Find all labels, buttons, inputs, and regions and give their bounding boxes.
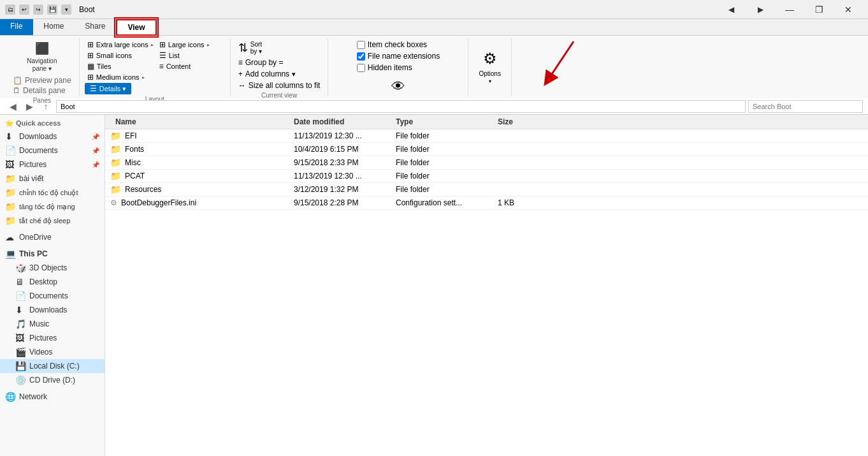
navigation-pane-button[interactable]: ⬛ Navigationpane ▾ <box>23 40 61 74</box>
sidebar-item-videos[interactable]: 🎬 Videos <box>0 345 105 359</box>
panes-group-label: 📋 Preview pane 🗒 Details pane <box>10 75 74 96</box>
item-check-boxes-checkbox[interactable] <box>357 41 365 49</box>
file-row-pcat[interactable]: 📁 PCAT 11/13/2019 12:30 ... File folder <box>105 170 868 183</box>
sidebar-item-pictures[interactable]: 🖼 Pictures 📌 <box>0 158 105 172</box>
up-button[interactable]: ↑ <box>38 99 54 114</box>
size-all-columns-button[interactable]: ↔ Size all columns to fit <box>236 80 323 91</box>
sidebar-item-documents[interactable]: 📄 Documents 📌 <box>0 143 105 158</box>
sidebar-item-onedrive[interactable]: ☁ OneDrive <box>0 230 105 244</box>
nav-back[interactable]: ◀ <box>716 0 746 19</box>
window-controls: ◀ ▶ — ❐ ✕ <box>716 0 863 19</box>
sort-by-button[interactable]: ⇅ Sortby ▾ <box>236 40 264 56</box>
preview-pane-btn[interactable]: 📋 Preview pane <box>10 75 74 85</box>
large-icons-btn[interactable]: ⊞ Large icons ▸ <box>157 40 212 50</box>
sidebar-item-pictures-pc[interactable]: 🖼 Pictures <box>0 331 105 345</box>
search-input[interactable] <box>748 100 863 113</box>
sidebar-item-network[interactable]: 🌐 Network <box>0 390 105 404</box>
back-button[interactable]: ◀ <box>5 99 20 114</box>
minimize-button[interactable]: — <box>775 0 804 19</box>
sidebar-item-tangtocdomain[interactable]: 📁 tăng tốc độ mạng <box>0 200 105 214</box>
forward-button[interactable]: ▶ <box>22 99 37 114</box>
group-by-button[interactable]: ≡ Group by = <box>236 57 286 68</box>
file-row-bootdebugger[interactable]: ⚙ BootDebuggerFiles.ini 9/15/2018 2:28 P… <box>105 196 868 210</box>
expand-icon: ▸ <box>151 42 154 48</box>
quick-access-save[interactable]: 💾 <box>47 4 57 15</box>
music-label: Music <box>29 320 49 328</box>
sidebar-item-3d-objects[interactable]: 🎲 3D Objects <box>0 261 105 275</box>
file-date-efi: 11/13/2019 12:30 ... <box>289 131 391 141</box>
medium-icons-btn[interactable]: ⊞ Medium icons ▸ <box>85 72 147 82</box>
file-type-misc: File folder <box>391 158 493 168</box>
tab-view[interactable]: View <box>116 19 156 36</box>
file-type-bootdebugger: Configuration sett... <box>391 198 493 208</box>
sidebar-item-desktop[interactable]: 🖥 Desktop <box>0 275 105 289</box>
details-pane-btn[interactable]: 🗒 Details pane <box>10 85 74 96</box>
content-btn[interactable]: ≡ Content <box>157 61 212 71</box>
3d-icon: 🎲 <box>15 263 27 273</box>
local-disk-label: Local Disk (C:) <box>29 362 80 371</box>
header-date[interactable]: Date modified <box>289 116 391 128</box>
sidebar-item-this-pc[interactable]: 💻 This PC <box>0 247 105 261</box>
sidebar-item-cd-drive[interactable]: 💿 CD Drive (D:) <box>0 373 105 387</box>
sidebar-item-documents-pc[interactable]: 📄 Documents <box>0 289 105 303</box>
extra-large-icons-btn[interactable]: ⊞ Extra large icons ▸ <box>85 40 156 50</box>
file-size-pcat <box>493 175 556 177</box>
file-row-misc[interactable]: 📁 Misc 9/15/2018 2:33 PM File folder <box>105 156 868 170</box>
group-icon: ≡ <box>238 58 243 67</box>
close-button[interactable]: ✕ <box>834 0 863 19</box>
header-size[interactable]: Size <box>493 116 556 128</box>
small-icons-btn[interactable]: ⊞ Small icons <box>85 50 156 61</box>
sidebar-item-baiviet[interactable]: 📁 bài viết <box>0 172 105 186</box>
maximize-button[interactable]: ❐ <box>804 0 834 19</box>
layout-items: ⊞ Extra large icons ▸ ⊞ Small icons ▦ Ti… <box>85 40 225 94</box>
tiles-btn[interactable]: ▦ Tiles <box>85 61 156 71</box>
file-name-extensions-checkbox[interactable] <box>357 52 365 61</box>
this-pc-icon: 💻 <box>5 249 17 259</box>
tab-share[interactable]: Share <box>75 19 116 35</box>
sidebar-item-tatche[interactable]: 📁 tắt chế độ sleep <box>0 214 105 228</box>
cd-label: CD Drive (D:) <box>29 376 75 385</box>
add-columns-button[interactable]: + Add columns ▾ <box>236 69 298 79</box>
videos-label: Videos <box>29 348 52 357</box>
pictures-label: Pictures <box>19 160 47 169</box>
file-row-efi[interactable]: 📁 EFI 11/13/2019 12:30 ... File folder <box>105 129 868 143</box>
list-btn[interactable]: ☰ List <box>157 50 212 61</box>
hidden-items-checkbox[interactable] <box>357 64 365 72</box>
pin-icon: 📌 <box>92 133 99 140</box>
sidebar-item-local-disk[interactable]: 💾 Local Disk (C:) <box>0 359 105 373</box>
tab-file[interactable]: File <box>0 19 33 35</box>
sidebar-item-downloads[interactable]: ⬇ Downloads 📌 <box>0 129 105 143</box>
options-chevron: ▾ <box>489 78 491 84</box>
sidebar-item-music[interactable]: 🎵 Music <box>0 317 105 331</box>
file-icon-bootdebugger: ⚙ <box>110 198 117 207</box>
file-name-extensions-option[interactable]: File name extensions <box>354 51 442 61</box>
sidebar-item-downloads-pc[interactable]: ⬇ Downloads <box>0 303 105 317</box>
navigation-pane-icon: ⬛ <box>34 41 50 56</box>
quick-access-drop[interactable]: ▾ <box>61 4 71 15</box>
file-row-fonts[interactable]: 📁 Fonts 10/4/2019 6:15 PM File folder <box>105 143 868 156</box>
videos-icon: 🎬 <box>15 347 27 357</box>
address-path-input[interactable] <box>56 100 746 113</box>
pin-icon3: 📌 <box>92 161 99 168</box>
tab-home[interactable]: Home <box>33 19 75 35</box>
options-button[interactable]: ⚙ Options ▾ <box>474 47 505 85</box>
nav-forward[interactable]: ▶ <box>746 0 775 19</box>
quick-access-icon[interactable]: ↩ <box>19 4 29 15</box>
sidebar-item-chinhtocdochuot[interactable]: 📁 chỉnh tốc độ chuột <box>0 186 105 200</box>
network-icon: 🌐 <box>5 392 17 402</box>
navigation-pane-label: Navigationpane ▾ <box>27 57 57 73</box>
item-check-boxes-option[interactable]: Item check boxes <box>354 40 430 50</box>
details-btn[interactable]: ☰ Details ▾ <box>85 83 132 94</box>
file-type-resources: File folder <box>391 184 493 195</box>
3d-label: 3D Objects <box>29 263 67 272</box>
file-name-misc: 📁 Misc <box>110 158 289 168</box>
hidden-items-option[interactable]: Hidden items <box>354 63 415 73</box>
header-name[interactable]: Name <box>110 116 289 128</box>
file-row-resources[interactable]: 📁 Resources 3/12/2019 1:32 PM File folde… <box>105 183 868 196</box>
onedrive-icon: ☁ <box>5 232 17 242</box>
sidebar-section-quick-access: ⭐ Quick access <box>0 117 105 129</box>
header-type[interactable]: Type <box>391 116 493 128</box>
quick-access-icon2[interactable]: ↪ <box>33 4 43 15</box>
file-name-pcat: 📁 PCAT <box>110 171 289 181</box>
desktop-icon: 🖥 <box>15 277 27 287</box>
